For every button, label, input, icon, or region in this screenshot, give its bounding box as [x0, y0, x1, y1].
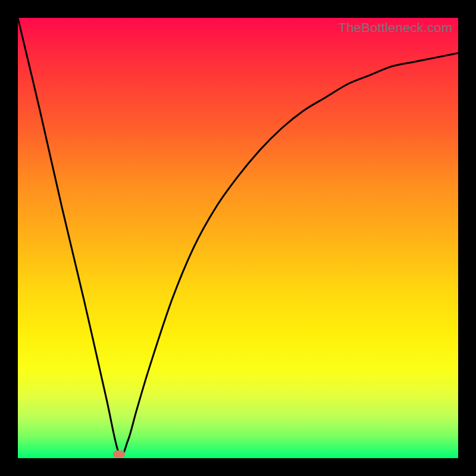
chart-frame: TheBottleneck.com [0, 0, 476, 476]
curve-svg [18, 18, 458, 458]
bottleneck-curve-path [18, 18, 458, 456]
optimal-point-marker [113, 450, 125, 458]
chart-plot-area: TheBottleneck.com [18, 18, 458, 458]
